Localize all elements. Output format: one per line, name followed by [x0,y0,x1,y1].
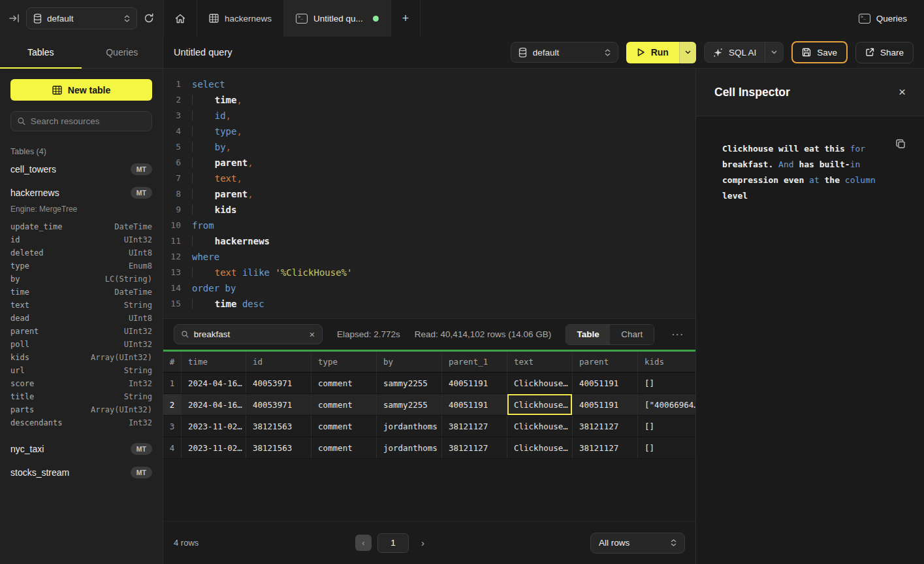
sidebar-table-item[interactable]: cell_towersMT [10,158,152,180]
table-cell[interactable]: Clickhouse… [507,416,573,437]
sql-ai-label: SQL AI [729,48,756,58]
results-search-input[interactable] [194,329,304,339]
table-cell[interactable]: [] [638,373,695,393]
engine-badge: MT [131,443,152,455]
table-cell[interactable]: 38121127 [573,437,638,458]
table-cell[interactable]: jordanthoms [377,416,442,437]
column-header[interactable]: id [246,352,311,372]
new-tab-button[interactable]: + [391,0,421,37]
table-cell[interactable]: ["40066964… [638,394,695,415]
sidebar-table-item[interactable]: hackernewsMT [10,182,152,203]
sql-ai-button[interactable]: SQL AI [705,48,765,58]
tab-home[interactable] [163,0,197,37]
column-header[interactable]: parent [573,352,638,372]
column-header[interactable]: type [311,352,377,372]
query-database-selector[interactable]: default [511,42,618,63]
line-number: 3 [163,108,192,124]
column-header[interactable]: kids [638,352,695,372]
sidebar-search[interactable] [10,111,152,131]
page-number-input[interactable]: 1 [377,533,409,553]
table-cell[interactable]: sammy2255 [377,394,442,415]
table-cell[interactable]: 38121127 [573,416,638,437]
more-options-icon[interactable]: ··· [669,329,686,340]
table-cell[interactable]: comment [311,394,377,415]
column-header[interactable]: time [182,352,246,372]
pagination: ‹ 1 › [355,533,424,553]
row-number[interactable]: 1 [163,373,182,393]
sidebar-search-input[interactable] [31,116,145,126]
row-number[interactable]: 3 [163,416,182,437]
column-row: deletedUInt8 [10,246,152,259]
table-cell[interactable]: 38121563 [246,416,311,437]
new-table-button[interactable]: New table [10,79,152,101]
table-cell[interactable]: 40051191 [573,394,638,415]
column-row: byLC(String) [10,273,152,286]
table-cell[interactable]: 2023-11-02… [182,437,246,458]
sidebar-tab-queries[interactable]: Queries [82,37,163,69]
indent-guide [192,236,215,246]
column-name: poll [10,340,29,349]
database-selector[interactable]: default [26,7,137,29]
view-tab-chart[interactable]: Chart [610,325,654,344]
column-header[interactable]: by [377,352,442,372]
sql-ai-options-button[interactable] [765,42,783,62]
column-row: kidsArray(UInt32) [10,351,152,364]
tab-hackernews[interactable]: hackernews [197,0,284,37]
column-name: score [10,379,34,388]
table-cell[interactable]: comment [311,373,377,393]
code-text: where [192,249,219,265]
table-header-row: #timeidtypebyparent_1textparentkids [163,352,695,373]
table-cell[interactable]: comment [311,416,377,437]
table-cell[interactable]: comment [311,437,377,458]
prev-page-icon[interactable]: ‹ [355,535,372,551]
table-cell[interactable]: 40051191 [442,373,507,393]
tab-untitled-query[interactable]: Untitled qu... [284,0,391,37]
table-cell[interactable]: 2023-11-02… [182,416,246,437]
page-size-selector[interactable]: All rows [590,533,685,554]
table-cell[interactable]: Clickhouse… [507,394,573,415]
collapse-sidebar-icon[interactable] [9,14,20,23]
code-text: time desc [192,296,264,312]
table-cell[interactable]: jordanthoms [377,437,442,458]
table-cell[interactable]: 38121127 [442,437,507,458]
sql-editor[interactable]: 1select2 time,3 id,4 type,5 by,6 parent,… [163,69,695,319]
table-cell[interactable]: 2024-04-16… [182,394,246,415]
column-header[interactable]: parent_1 [442,352,507,372]
row-number[interactable]: 2 [163,394,182,415]
engine-badge: MT [131,187,152,199]
clear-search-icon[interactable]: × [310,329,315,340]
table-cell[interactable]: sammy2255 [377,373,442,393]
sidebar-tab-tables[interactable]: Tables [0,37,82,69]
close-icon[interactable]: × [899,85,906,99]
table-cell[interactable]: 40053971 [246,394,311,415]
save-button[interactable]: Save [791,41,848,63]
copy-icon[interactable] [895,139,906,149]
column-header[interactable]: # [163,352,182,372]
table-cell[interactable]: [] [638,416,695,437]
table-cell[interactable]: 40051191 [442,394,507,415]
table-cell[interactable]: Clickhouse… [507,437,573,458]
view-tab-table[interactable]: Table [566,325,610,344]
database-selector-value: default [47,14,74,24]
cell-inspector-body: Clickhouse will eat this for breakfast. … [696,116,924,204]
run-options-button[interactable] [679,42,696,63]
table-cell[interactable]: 38121127 [442,416,507,437]
table-cell[interactable]: 38121563 [246,437,311,458]
table-cell[interactable]: 2024-04-16… [182,373,246,393]
column-header[interactable]: text [507,352,573,372]
table-cell[interactable]: [] [638,437,695,458]
row-number[interactable]: 4 [163,437,182,458]
column-name: dead [10,314,29,323]
next-page-icon[interactable]: › [421,537,424,548]
sidebar-table-item[interactable]: stocks_streamMT [10,461,152,483]
sidebar-table-item[interactable]: nyc_taxiMT [10,438,152,459]
run-button[interactable]: Run [626,42,679,63]
column-row: descendantsInt32 [10,416,152,429]
refresh-icon[interactable] [144,13,154,24]
table-cell[interactable]: Clickhouse… [507,373,573,393]
table-cell[interactable]: 40051191 [573,373,638,393]
queries-button[interactable]: Queries [842,0,924,37]
table-cell[interactable]: 40053971 [246,373,311,393]
share-button[interactable]: Share [855,42,914,63]
results-search[interactable]: × [174,324,323,344]
